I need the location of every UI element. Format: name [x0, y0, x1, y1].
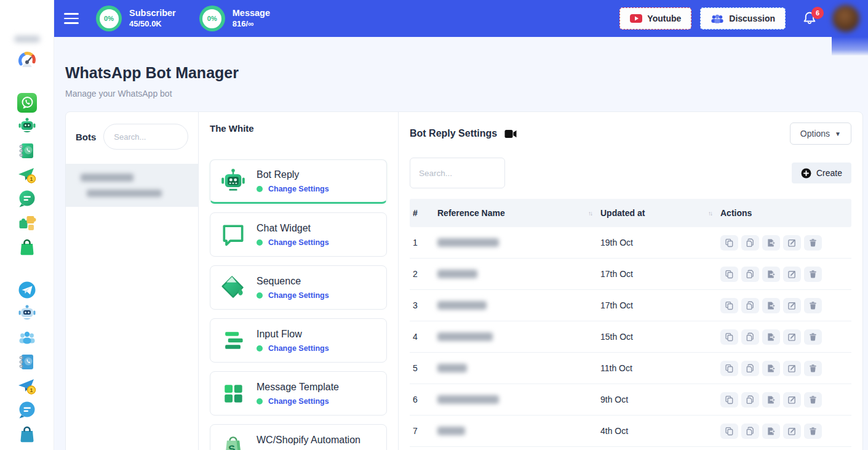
- sidebar-item-whatsapp-bot[interactable]: [17, 116, 38, 137]
- duplicate-button[interactable]: [741, 329, 759, 345]
- trash-icon: [808, 301, 818, 310]
- sidebar-item-whatsapp-chat[interactable]: [17, 188, 38, 209]
- sort-icon[interactable]: ↑↓: [708, 210, 720, 217]
- change-settings-link[interactable]: Change Settings: [268, 397, 329, 406]
- video-camera-icon[interactable]: [504, 129, 517, 139]
- duplicate-button[interactable]: [741, 235, 759, 251]
- duplicate-button[interactable]: [741, 392, 759, 408]
- delete-button[interactable]: [804, 267, 822, 282]
- sidebar-item-whatsapp-integrations[interactable]: [17, 212, 38, 233]
- edit-button[interactable]: [783, 298, 801, 313]
- options-button[interactable]: Options ▼: [790, 123, 851, 145]
- status-dot: [257, 292, 263, 299]
- edit-button[interactable]: [783, 329, 801, 345]
- input-flow-icon: [219, 326, 247, 355]
- copy-icon: [725, 395, 734, 404]
- status-dot: [257, 186, 263, 192]
- export-button[interactable]: [762, 235, 780, 251]
- youtube-button[interactable]: Youtube: [619, 7, 691, 30]
- sidebar-item-telegram-bot[interactable]: [17, 303, 38, 324]
- setting-card-message-template[interactable]: Message Template Change Settings: [210, 371, 387, 416]
- sidebar-item-whatsapp-broadcast[interactable]: 1: [17, 164, 38, 185]
- delete-button[interactable]: [804, 298, 822, 313]
- message-stat: 0% Message 816/∞: [199, 6, 270, 31]
- copy-button[interactable]: [720, 424, 738, 439]
- sidebar-item-dashboard[interactable]: [17, 49, 38, 70]
- edit-button[interactable]: [783, 235, 801, 251]
- setting-card-chat-widget[interactable]: Chat Widget Change Settings: [210, 212, 387, 257]
- top-navbar: 0% Subscriber 45/50.0K 0% Message 816/∞ …: [54, 0, 868, 37]
- delete-button[interactable]: [804, 329, 822, 345]
- bot-settings-panel: The White: [199, 112, 399, 450]
- delete-button[interactable]: [804, 424, 822, 439]
- export-button[interactable]: [762, 267, 780, 282]
- col-header-actions: Actions: [720, 208, 851, 218]
- col-header-updated-at[interactable]: Updated at ↑↓: [600, 208, 720, 218]
- bots-search-input[interactable]: [103, 124, 188, 150]
- sidebar-item-telegram-contacts[interactable]: [17, 352, 38, 372]
- copy-button[interactable]: [720, 329, 738, 345]
- copy-icon: [725, 270, 734, 279]
- delete-button[interactable]: [804, 361, 822, 376]
- export-button[interactable]: [762, 329, 780, 345]
- duplicate-button[interactable]: [741, 267, 759, 282]
- copy-button[interactable]: [720, 298, 738, 313]
- table-row: 5 11th Oct: [410, 353, 851, 384]
- telegram-icon: [17, 280, 37, 300]
- change-settings-link[interactable]: Change Settings: [268, 291, 329, 300]
- message-label: Message: [233, 7, 270, 19]
- col-header-reference-name[interactable]: Reference Name ↑↓: [437, 208, 600, 218]
- sidebar-item-whatsapp-contacts[interactable]: [17, 140, 38, 161]
- change-settings-link[interactable]: Change Settings: [268, 185, 329, 193]
- duplicate-button[interactable]: [741, 361, 759, 376]
- export-button[interactable]: [762, 298, 780, 313]
- delete-button[interactable]: [804, 392, 822, 408]
- edit-button[interactable]: [783, 361, 801, 376]
- duplicate-button[interactable]: [741, 298, 759, 313]
- setting-card-wc-shopify[interactable]: S WC/Shopify Automation Change Settings: [210, 424, 387, 450]
- sidebar-item-telegram-chat[interactable]: [17, 400, 38, 420]
- notifications-button[interactable]: 6: [799, 8, 820, 29]
- create-button[interactable]: Create: [792, 163, 851, 183]
- setting-card-input-flow[interactable]: Input Flow Change Settings: [210, 318, 387, 363]
- subscriber-progress-ring: 0%: [96, 6, 122, 31]
- copy-button[interactable]: [720, 361, 738, 376]
- edit-button[interactable]: [783, 424, 801, 439]
- export-button[interactable]: [762, 392, 780, 408]
- change-settings-link[interactable]: Change Settings: [268, 344, 329, 353]
- copy-button[interactable]: [720, 392, 738, 408]
- trash-icon: [808, 364, 818, 373]
- subscriber-label: Subscriber: [129, 7, 176, 19]
- table-row: 7 4th Oct: [410, 416, 851, 447]
- sidebar-item-telegram-group[interactable]: [17, 327, 38, 348]
- bot-name-redacted: [81, 174, 133, 182]
- duplicate-button[interactable]: [741, 424, 759, 439]
- reference-name-redacted: [437, 270, 477, 278]
- sidebar-item-whatsapp-store[interactable]: [17, 236, 38, 257]
- setting-card-sequence[interactable]: Sequence Change Settings: [210, 265, 387, 310]
- sidebar-item-whatsapp[interactable]: [17, 92, 38, 113]
- delete-button[interactable]: [804, 235, 822, 251]
- copy-button[interactable]: [720, 235, 738, 251]
- message-progress-ring: 0%: [199, 6, 225, 31]
- sidebar-item-telegram-broadcast[interactable]: 1: [17, 376, 38, 396]
- broadcast-green-icon: 1: [17, 165, 37, 185]
- setting-card-bot-reply[interactable]: Bot Reply Change Settings: [210, 159, 387, 204]
- sidebar-item-telegram-store[interactable]: [17, 424, 38, 444]
- change-settings-link[interactable]: Change Settings: [268, 238, 329, 247]
- discussion-button[interactable]: Discussion: [700, 7, 786, 30]
- export-button[interactable]: [762, 361, 780, 376]
- menu-toggle-button[interactable]: [64, 10, 82, 26]
- sort-icon[interactable]: ↑↓: [588, 210, 600, 217]
- user-avatar[interactable]: [832, 5, 859, 32]
- edit-button[interactable]: [783, 392, 801, 408]
- updated-at-value: 17th Oct: [600, 269, 720, 279]
- sidebar-item-telegram[interactable]: [17, 279, 38, 300]
- export-button[interactable]: [762, 424, 780, 439]
- copy-icon: [725, 301, 734, 310]
- table-search-input[interactable]: [410, 158, 505, 188]
- edit-button[interactable]: [783, 267, 801, 282]
- copy-button[interactable]: [720, 267, 738, 282]
- bot-list-item-selected[interactable]: [66, 164, 198, 207]
- edit-icon: [787, 301, 797, 310]
